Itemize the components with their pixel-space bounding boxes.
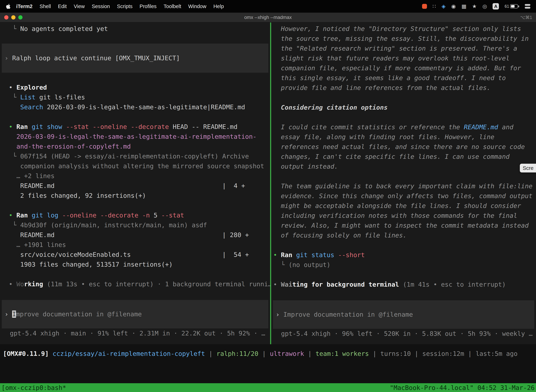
text-segment: └ xyxy=(9,25,20,32)
terminal: └ No agents completed yet › Ralph loop a… xyxy=(0,23,536,344)
text-segment: • xyxy=(9,212,16,219)
battery-indicator[interactable]: 61 xyxy=(505,4,519,9)
zoom-button[interactable] xyxy=(18,15,23,19)
right-transcript: However, I noticed the "Directory Struct… xyxy=(271,24,536,289)
tmux-session-label[interactable]: [omx-cczip0:bash* xyxy=(1,384,66,391)
terminal-line: README.md | 4 + xyxy=(0,181,270,191)
text-segment: › xyxy=(276,311,283,318)
terminal-line: … +2 lines xyxy=(0,171,270,181)
text-segment: --oneline --decorate -n xyxy=(58,212,150,219)
text-segment: mprove documentation in @filename xyxy=(16,311,142,318)
text-segment: › xyxy=(5,54,12,62)
text-segment: slight risk that future readers may over… xyxy=(273,55,510,62)
terminal-line: slight risk that future readers may over… xyxy=(271,53,536,63)
text-segment: I xyxy=(12,311,16,318)
text-segment: 067f154 (HEAD -> essay/ai-reimplementati… xyxy=(20,153,249,160)
ralph-inject-banner: › Ralph loop active continue [OMX_TMUX_I… xyxy=(2,44,268,73)
text-segment: … +1901 lines xyxy=(9,241,66,248)
menubar-item-profiles[interactable]: Profiles xyxy=(136,4,160,9)
text-segment: | xyxy=(304,350,316,357)
text-segment: HEAD -- README.md xyxy=(169,123,237,130)
prompt-input-right[interactable]: › Improve documentation in @filename xyxy=(273,300,534,329)
left-pane[interactable]: └ No agents completed yet › Ralph loop a… xyxy=(0,23,270,344)
prompt-input-left[interactable]: › Improve documentation in @filename xyxy=(2,300,268,328)
text-segment: 5 xyxy=(150,212,157,219)
text-segment: src/voice/voiceModeEnabled.ts | 54 + xyxy=(9,251,249,258)
text-segment: 2026-03-09-is-legal-the-same-as-legitima… xyxy=(43,103,245,111)
terminal-line xyxy=(0,112,270,122)
menubar-item-edit[interactable]: Edit xyxy=(54,4,70,9)
text-segment: 2026-03-09-is-legal-the-same-as-legitima… xyxy=(9,133,257,140)
text-segment: (1m 41s • esc to interrupt) xyxy=(399,281,506,288)
apps-grid-icon[interactable]: ▦ xyxy=(461,4,466,9)
terminal-line xyxy=(271,171,536,181)
text-segment: (no output) xyxy=(289,261,330,268)
terminal-line: gpt-5.4 xhigh · 96% left · 520K in · 5.8… xyxy=(271,329,536,339)
text-segment: references need actual files, and since … xyxy=(273,143,525,150)
camera-icon[interactable]: ◎ xyxy=(482,4,487,9)
model-status-right: gpt-5.4 xhigh · 96% left · 520K in · 5.8… xyxy=(271,329,536,339)
dots-grid-icon[interactable]: ∷ xyxy=(433,4,436,9)
menubar-item-shell[interactable]: Shell xyxy=(36,4,54,9)
text-segment: the source tree, missing the essay. Stil… xyxy=(273,35,529,42)
text-segment: Ran xyxy=(281,251,296,258)
text-segment: companion file, especially if more comme… xyxy=(273,65,521,72)
text-segment: Ran xyxy=(16,212,32,219)
text-segment: Ralph loop active continue [OMX_TMUX_INJ… xyxy=(12,54,180,62)
terminal-line: › Improve documentation in @filename xyxy=(2,309,268,319)
terminal-line: └ 067f154 (HEAD -> essay/ai-reimplementa… xyxy=(0,151,270,161)
close-button[interactable] xyxy=(4,15,9,19)
text-segment: The team guideline is to back every impo… xyxy=(273,182,532,190)
terminal-line xyxy=(271,112,536,122)
terminal-line xyxy=(271,270,536,280)
terminal-line: changes, I can't cite specific file line… xyxy=(271,152,536,162)
terminal-line: 1903 files changed, 513517 insertions(+) xyxy=(0,260,270,269)
right-pane[interactable]: However, I noticed the "Directory Struct… xyxy=(271,23,536,344)
text-segment: └ xyxy=(9,221,20,229)
text-segment: └ xyxy=(9,93,20,101)
text-segment: git log xyxy=(32,212,58,219)
app-icon-dark[interactable]: ◉ xyxy=(451,4,456,9)
terminal-line: references need actual files, and since … xyxy=(271,142,536,152)
screen-recording-indicator[interactable] xyxy=(422,4,427,9)
menubar-item-scripts[interactable]: Scripts xyxy=(113,4,136,9)
menubar-item-help[interactable]: Help xyxy=(210,4,227,9)
terminal-line: companion analysis without altering the … xyxy=(0,161,270,171)
minimize-button[interactable] xyxy=(11,15,15,19)
left-scrollback: └ No agents completed yet xyxy=(0,24,270,44)
control-center-icon[interactable] xyxy=(525,4,530,9)
text-segment: ultrawork xyxy=(270,350,304,357)
terminal-line: Considering citation options xyxy=(271,103,536,112)
text-segment: including verification notes with those … xyxy=(273,212,517,219)
text-segment: └ xyxy=(9,153,20,160)
terminal-line: essay file, along with finding root file… xyxy=(271,132,536,142)
screenshot-tooltip[interactable]: Scre xyxy=(520,164,536,173)
app-icon-blue[interactable]: ◈ xyxy=(442,4,446,9)
text-segment: gpt-5.4 xhigh · 96% left · 520K in · 5.8… xyxy=(281,330,532,337)
menubar-item-iterm2[interactable]: iTerm2 xyxy=(13,4,36,9)
text-segment: … +2 lines xyxy=(9,172,54,179)
menubar: iTerm2 Shell Edit View Session Scripts P… xyxy=(0,0,536,13)
apple-menu-icon[interactable] xyxy=(6,3,11,9)
text-segment: [OMX#0.11.9] xyxy=(3,350,53,357)
terminal-line: 2026-03-09-is-legal-the-same-as-legitima… xyxy=(0,132,270,142)
text-segment: git status xyxy=(296,251,334,258)
menubar-item-toolbelt[interactable]: Toolbelt xyxy=(160,4,185,9)
input-source-icon[interactable]: A xyxy=(493,3,499,9)
terminal-line: and-the-erosion-of-copyleft.md xyxy=(0,142,270,151)
menubar-item-session[interactable]: Session xyxy=(88,4,113,9)
text-segment: Considering citation options xyxy=(273,104,388,111)
terminal-line xyxy=(0,269,270,279)
terminal-line: However, I noticed the "Directory Struct… xyxy=(271,24,536,34)
terminal-line: the "Related research writing" section i… xyxy=(271,44,536,53)
text-segment: README.md xyxy=(464,123,498,131)
star-icon[interactable]: ★ xyxy=(472,4,477,9)
text-segment: › xyxy=(5,311,12,318)
menubar-item-view[interactable]: View xyxy=(70,4,88,9)
window-shortcut-badge: ⌥⌘1 xyxy=(520,15,536,20)
text-segment: • xyxy=(9,280,16,288)
text-segment: • xyxy=(9,123,16,130)
text-segment: Wo xyxy=(16,280,24,288)
menubar-item-window[interactable]: Window xyxy=(185,4,210,9)
text-segment: this single essay, it seems like a good … xyxy=(273,74,506,81)
